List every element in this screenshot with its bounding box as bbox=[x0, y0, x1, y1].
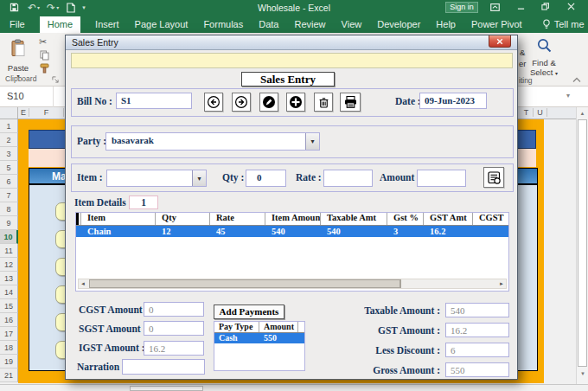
items-table-row-selected[interactable]: Chain 12 45 540 540 3 16.2 bbox=[76, 226, 508, 237]
row-header[interactable]: 6 bbox=[0, 175, 18, 189]
col-header-e[interactable]: E bbox=[18, 108, 29, 117]
cgst-input[interactable]: 0 bbox=[144, 302, 204, 317]
row-header[interactable]: 11 bbox=[0, 244, 18, 258]
scroll-up-icon[interactable]: ▲ bbox=[577, 107, 588, 119]
format-painter-icon[interactable] bbox=[40, 63, 49, 74]
edit-record-button[interactable] bbox=[259, 93, 278, 112]
tab-review[interactable]: Review bbox=[286, 16, 333, 33]
tab-view[interactable]: View bbox=[334, 16, 370, 33]
row-header[interactable]: 5 bbox=[0, 161, 18, 175]
horizontal-scrollbar[interactable] bbox=[0, 384, 588, 391]
row-header[interactable]: 7 bbox=[0, 189, 18, 202]
scrollbar-thumb[interactable] bbox=[578, 119, 587, 367]
qty-input[interactable]: 0 bbox=[246, 170, 286, 187]
dialog-close-button[interactable] bbox=[489, 35, 511, 48]
tab-formulas[interactable]: Formulas bbox=[195, 16, 251, 33]
sgst-input[interactable]: 0 bbox=[144, 321, 204, 336]
table-scroll-thumb[interactable] bbox=[89, 279, 400, 288]
row-header[interactable]: 12 bbox=[0, 258, 18, 272]
row-header[interactable]: 2 bbox=[0, 133, 18, 147]
minimize-button[interactable] bbox=[517, 3, 533, 10]
col-rate[interactable]: Rate bbox=[210, 213, 265, 225]
date-input[interactable]: 09-Jun-2023 bbox=[419, 93, 487, 109]
gst-amount-input[interactable]: 16.2 bbox=[445, 323, 509, 337]
maximize-button[interactable] bbox=[541, 3, 557, 10]
sign-in-button[interactable]: Sign in bbox=[445, 2, 478, 13]
vertical-scrollbar[interactable]: ▲ ▼ bbox=[576, 107, 588, 384]
col-item[interactable]: Item bbox=[81, 213, 156, 225]
ribbon-display-options-icon[interactable] bbox=[490, 3, 500, 11]
col-item-amount[interactable]: Item Amount bbox=[265, 213, 321, 225]
scroll-down-icon[interactable]: ▼ bbox=[577, 371, 588, 376]
row-header[interactable]: 19 bbox=[0, 355, 18, 369]
hscrollbar-thumb[interactable] bbox=[130, 386, 203, 391]
table-scroll-left-icon[interactable]: ◄ bbox=[80, 281, 86, 286]
party-dropdown-icon[interactable]: ▾ bbox=[305, 133, 319, 150]
party-combobox[interactable]: basavarak ▾ bbox=[105, 132, 320, 151]
less-discount-input[interactable]: 6 bbox=[445, 343, 509, 357]
col-taxable-amt[interactable]: Taxable Amt bbox=[321, 213, 387, 225]
col-header-u[interactable]: U bbox=[534, 108, 547, 117]
copy-icon[interactable] bbox=[40, 50, 49, 61]
cut-icon[interactable]: ✂ bbox=[39, 36, 47, 48]
col-qty[interactable]: Qty bbox=[156, 213, 210, 225]
amount-input[interactable] bbox=[417, 170, 466, 187]
payments-row-selected[interactable]: Cash 550 bbox=[214, 333, 304, 343]
rate-input[interactable] bbox=[323, 170, 373, 187]
col-pay-type[interactable]: Pay Type bbox=[214, 322, 259, 332]
bill-no-input[interactable]: S1 bbox=[116, 93, 192, 109]
tab-data[interactable]: Data bbox=[251, 16, 286, 33]
tab-file[interactable]: File bbox=[2, 16, 33, 33]
col-header-f[interactable]: F bbox=[29, 108, 64, 117]
tab-power-pivot[interactable]: Power Pivot bbox=[463, 16, 530, 33]
col-gst-pct[interactable]: Gst % bbox=[387, 213, 424, 225]
row-header[interactable]: 13 bbox=[0, 272, 18, 285]
tab-help[interactable]: Help bbox=[428, 16, 463, 33]
select-all-corner[interactable] bbox=[0, 107, 18, 119]
formula-bar-expand-icon[interactable]: ▾ bbox=[566, 92, 570, 99]
item-dropdown-icon[interactable]: ▾ bbox=[192, 170, 206, 186]
previous-record-button[interactable] bbox=[204, 93, 223, 112]
row-header[interactable]: 17 bbox=[0, 327, 18, 341]
col-gst-amt[interactable]: GST Amt bbox=[424, 213, 473, 225]
row-header[interactable]: 18 bbox=[0, 341, 18, 355]
gross-amount-input[interactable]: 550 bbox=[445, 362, 509, 377]
row-header[interactable]: 9 bbox=[0, 216, 18, 230]
taxable-input[interactable]: 540 bbox=[445, 303, 509, 317]
paste-button[interactable]: Paste ▾ bbox=[4, 38, 32, 78]
name-box[interactable]: S10 bbox=[0, 87, 54, 107]
print-button[interactable] bbox=[340, 93, 361, 112]
tell-me-box[interactable]: Tell me bbox=[551, 16, 588, 33]
row-header[interactable]: 8 bbox=[0, 202, 18, 216]
row-header[interactable]: 21 bbox=[0, 369, 18, 382]
row-header[interactable]: 1 bbox=[0, 119, 18, 133]
clipboard-dialog-launcher-icon[interactable] bbox=[52, 76, 59, 83]
add-record-button[interactable] bbox=[286, 93, 305, 112]
item-combobox[interactable]: ▾ bbox=[106, 170, 207, 187]
row-header[interactable]: 14 bbox=[0, 285, 18, 299]
add-payments-button[interactable]: Add Payments bbox=[214, 304, 284, 319]
row-header[interactable]: 3 bbox=[0, 147, 18, 161]
item-value bbox=[107, 170, 192, 186]
col-pay-amount[interactable]: Amount bbox=[259, 322, 298, 332]
tab-insert[interactable]: Insert bbox=[87, 16, 127, 33]
row-header[interactable]: 15 bbox=[0, 299, 18, 313]
items-table-hscrollbar[interactable]: ◄ ► bbox=[78, 279, 507, 289]
tab-home[interactable]: Home bbox=[40, 16, 80, 33]
collapse-ribbon-icon[interactable] bbox=[572, 77, 581, 83]
less-discount-label: Less Discount : bbox=[342, 345, 440, 356]
table-scroll-right-icon[interactable]: ► bbox=[499, 281, 504, 286]
find-select-button[interactable]: Find & Select ▾ bbox=[524, 37, 564, 77]
igst-input[interactable]: 16.2 bbox=[144, 341, 204, 356]
next-record-button[interactable] bbox=[232, 93, 251, 112]
add-item-to-list-button[interactable] bbox=[483, 167, 504, 188]
row-header[interactable]: 16 bbox=[0, 313, 18, 327]
delete-record-button[interactable] bbox=[314, 93, 333, 112]
close-window-button[interactable] bbox=[567, 3, 583, 10]
tab-developer[interactable]: Developer bbox=[369, 16, 428, 33]
tab-page-layout[interactable]: Page Layout bbox=[127, 16, 196, 33]
narration-input[interactable] bbox=[122, 359, 205, 375]
col-cgst[interactable]: CGST bbox=[473, 213, 508, 225]
col-header-t[interactable]: T bbox=[520, 108, 534, 117]
row-header-selected[interactable]: 10 bbox=[0, 230, 18, 244]
